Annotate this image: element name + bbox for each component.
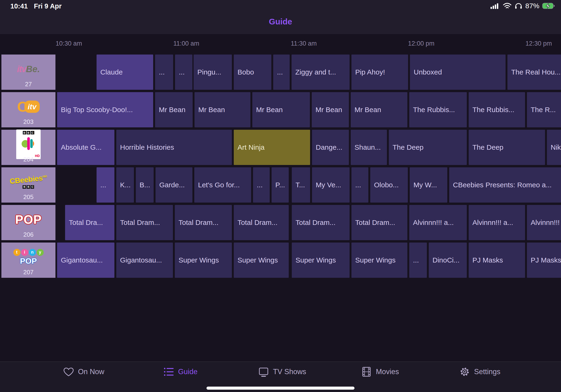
channel-tile-203[interactable]: Citv203 <box>1 92 55 127</box>
program-title: B... <box>140 181 150 189</box>
program-cell[interactable]: Let's Go for... <box>194 167 251 203</box>
program-title: Mr Bean <box>256 106 283 114</box>
program-cell[interactable]: Mr Bean <box>155 92 193 127</box>
program-title: Unboxed <box>414 68 442 76</box>
program-cell[interactable]: Ziggy and t... <box>291 54 350 90</box>
program-cell[interactable]: PJ Masks <box>527 242 561 278</box>
program-cell[interactable]: Total Dram... <box>351 205 407 240</box>
program-title: Total Dram... <box>237 218 278 227</box>
program-title: The Rubbis... <box>473 106 514 114</box>
program-cell[interactable]: Total Dra... <box>65 205 114 240</box>
program-cell[interactable]: Absolute G... <box>57 130 114 165</box>
program-cell[interactable]: Art Ninja <box>234 130 310 165</box>
channel-row-205: CBeebiesHDBBC205...K...B...Garde...Let's… <box>0 167 561 203</box>
channel-number: 207 <box>1 269 55 276</box>
program-cell[interactable]: Pingu... <box>194 54 232 90</box>
channel-tile-207[interactable]: tinyPOP207 <box>1 242 55 278</box>
program-cell[interactable]: Mr Bean <box>194 92 250 127</box>
program-cell[interactable]: Pip Ahoy! <box>351 54 408 90</box>
program-cell[interactable]: Super Wings <box>351 242 407 278</box>
program-cell[interactable]: Mr Bean <box>252 92 310 127</box>
citv-logo: Citv <box>17 99 40 114</box>
program-cell[interactable]: Bobo <box>234 54 271 90</box>
program-cell[interactable]: Super Wings <box>292 242 350 278</box>
program-cell[interactable]: My Ve... <box>312 167 350 203</box>
program-cell[interactable]: Unboxed <box>410 54 506 90</box>
program-cell[interactable]: Alvinnn!!! a... <box>469 205 525 240</box>
program-cell[interactable]: ... <box>253 167 270 203</box>
heart-icon <box>63 366 74 377</box>
program-title: The Real Hou... <box>511 68 561 76</box>
program-cell[interactable]: My W... <box>410 167 447 203</box>
program-cell[interactable]: Olobo... <box>370 167 408 203</box>
tab-label: TV Shows <box>273 368 306 376</box>
program-cell[interactable]: The Real Hou... <box>507 54 561 90</box>
program-cell[interactable]: Total Dram... <box>292 205 350 240</box>
program-cell[interactable]: ... <box>409 242 427 278</box>
program-cell[interactable]: Big Top Scooby-Doo!... <box>57 92 153 127</box>
program-cell[interactable]: Alvinnn!!! a... <box>527 205 561 240</box>
program-cell[interactable]: Super Wings <box>175 242 232 278</box>
program-cell[interactable]: Super Wings <box>234 242 289 278</box>
home-indicator[interactable] <box>206 387 355 390</box>
program-title: PJ Masks <box>473 256 503 264</box>
channel-tile-27[interactable]: itvBe.27 <box>1 54 55 90</box>
program-cell[interactable]: Total Dram... <box>175 205 232 240</box>
program-cell[interactable]: The Rubbis... <box>409 92 467 127</box>
program-title: Alvinnn!!! a... <box>531 218 561 227</box>
time-label: 11:00 am <box>163 40 210 47</box>
program-title: Gigantosau... <box>120 256 162 264</box>
program-cell[interactable]: The Deep <box>469 130 545 165</box>
program-cell[interactable]: Mr Bean <box>351 92 407 127</box>
program-cell[interactable]: ... <box>273 54 290 90</box>
program-cell[interactable]: DinoCi... <box>429 242 467 278</box>
program-cell[interactable]: Nik... <box>547 130 561 165</box>
program-cell[interactable]: PJ Masks <box>469 242 525 278</box>
tab-tv-shows[interactable]: TV Shows <box>258 366 306 377</box>
channel-row-203: Citv203Big Top Scooby-Doo!...Mr BeanMr B… <box>0 92 561 127</box>
program-cell[interactable]: B... <box>136 167 154 203</box>
program-cell[interactable]: Gigantosau... <box>116 242 173 278</box>
tab-label: Guide <box>178 368 198 376</box>
program-cell[interactable]: ... <box>351 167 368 203</box>
program-cell[interactable]: ... <box>155 54 173 90</box>
program-title: Total Dram... <box>120 218 160 227</box>
program-cell[interactable]: ... <box>97 167 114 203</box>
program-cell[interactable]: Gigantosau... <box>57 242 114 278</box>
program-cell[interactable]: ... <box>175 54 192 90</box>
program-title: ... <box>257 181 263 189</box>
program-title: Total Dram... <box>296 218 335 227</box>
program-title: Mr Bean <box>159 106 185 114</box>
tab-label: Movies <box>376 368 399 376</box>
channel-tile-206[interactable]: POP206 <box>1 205 55 240</box>
channel-tile-204[interactable]: BBCHD204 <box>1 130 55 165</box>
program-cell[interactable]: Garde... <box>155 167 192 203</box>
channel-tile-205[interactable]: CBeebiesHDBBC205 <box>1 167 55 203</box>
program-cell[interactable]: The R... <box>527 92 561 127</box>
cellular-signal-icon <box>491 2 500 9</box>
tab-movies[interactable]: Movies <box>361 366 399 377</box>
program-cell[interactable]: K... <box>116 167 134 203</box>
tab-label: On Now <box>78 368 104 376</box>
program-title: Shaun... <box>355 143 381 151</box>
program-cell[interactable]: The Deep <box>389 130 467 165</box>
program-cell[interactable]: Total Dram... <box>234 205 289 240</box>
program-cell[interactable]: Horrible Histories <box>116 130 232 165</box>
program-cell[interactable]: Mr Bean <box>312 92 349 127</box>
program-cell[interactable]: Total Dram... <box>116 205 173 240</box>
program-cell[interactable]: Dange... <box>312 130 349 165</box>
program-title: Art Ninja <box>237 143 265 151</box>
program-cell[interactable]: Shaun... <box>351 130 387 165</box>
program-cell[interactable]: Alvinnn!!! a... <box>409 205 467 240</box>
program-title: ... <box>159 68 165 76</box>
program-title: ... <box>100 181 106 189</box>
tab-on-now[interactable]: On Now <box>63 366 104 377</box>
headphones-icon <box>515 2 522 9</box>
program-cell[interactable]: The Rubbis... <box>469 92 525 127</box>
program-cell[interactable]: T... <box>292 167 310 203</box>
program-cell[interactable]: CBeebies Presents: Romeo a... <box>449 167 561 203</box>
program-cell[interactable]: P... <box>271 167 289 203</box>
program-cell[interactable]: Claude <box>97 54 153 90</box>
tab-guide[interactable]: Guide <box>163 366 198 377</box>
tab-settings[interactable]: Settings <box>459 366 500 377</box>
